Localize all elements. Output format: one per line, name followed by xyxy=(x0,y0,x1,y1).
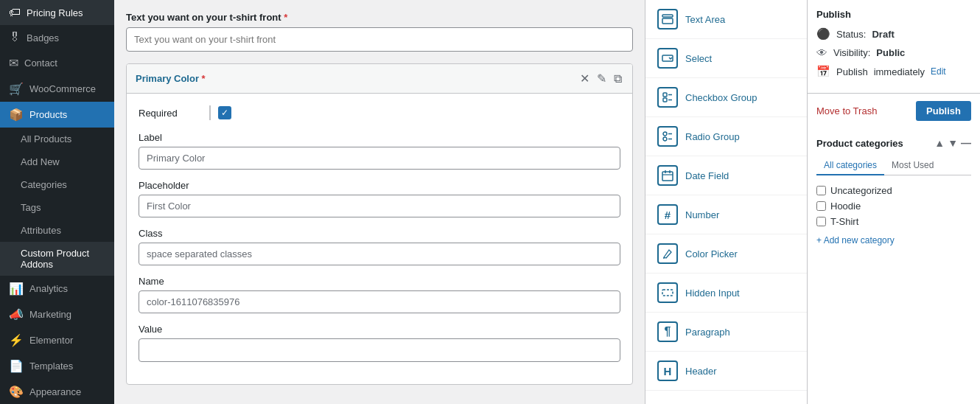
addon-close-button[interactable]: ✕ xyxy=(578,70,591,87)
sidebar-item-tags[interactable]: Tags xyxy=(0,196,114,219)
addon-card-actions: ✕ ✎ ⧉ xyxy=(578,70,623,87)
visibility-label: Visibility: xyxy=(833,47,870,58)
widget-panel: Text Area Select Checkbox Group xyxy=(645,0,807,404)
calendar-icon: 📅 xyxy=(816,65,830,78)
widget-select[interactable]: Select xyxy=(645,39,807,78)
templates-icon: 📄 xyxy=(9,359,24,373)
sidebar-item-appearance[interactable]: 🎨 Appearance xyxy=(0,379,114,404)
svg-rect-1 xyxy=(662,18,673,24)
label-field-label: Label xyxy=(139,132,620,143)
widget-date-field[interactable]: Date Field xyxy=(645,156,807,195)
widget-text-area[interactable]: Text Area xyxy=(645,0,807,39)
class-field-input[interactable] xyxy=(139,243,620,265)
text-field-group: Text you want on your t-shirt front * xyxy=(126,12,633,52)
tab-most-used[interactable]: Most Used xyxy=(884,156,941,175)
status-icon: ⚫ xyxy=(816,27,830,41)
main-content: Text you want on your t-shirt front * Pr… xyxy=(114,0,980,404)
widget-paragraph[interactable]: ¶ Paragraph xyxy=(645,313,807,352)
category-tshirt-checkbox[interactable] xyxy=(816,217,826,226)
svg-rect-4 xyxy=(663,98,667,102)
widget-hidden-input[interactable]: Hidden Input xyxy=(645,274,807,313)
sidebar-item-products[interactable]: 📦 Products xyxy=(0,102,114,128)
required-separator xyxy=(209,105,211,120)
addon-copy-button[interactable]: ⧉ xyxy=(612,70,623,87)
placeholder-field-label: Placeholder xyxy=(139,180,620,191)
add-new-category-link[interactable]: + Add new category xyxy=(816,235,895,245)
sidebar-item-marketing[interactable]: 📣 Marketing xyxy=(0,302,114,327)
category-uncategorized-checkbox[interactable] xyxy=(816,186,826,195)
sidebar: 🏷 Pricing Rules 🎖 Badges ✉ Contact 🛒 Woo… xyxy=(0,0,114,404)
sidebar-item-elementor[interactable]: ⚡ Elementor xyxy=(0,327,114,353)
visibility-value: Public xyxy=(876,47,905,58)
marketing-icon: 📣 xyxy=(9,307,24,321)
tag-icon: 🏷 xyxy=(9,6,21,19)
addon-edit-button[interactable]: ✎ xyxy=(595,70,608,87)
tab-all-categories[interactable]: All categories xyxy=(816,156,884,175)
publish-on-label: Publish xyxy=(836,66,868,77)
select-icon xyxy=(657,48,678,69)
value-field-label: Value xyxy=(139,324,620,335)
category-tshirt-label[interactable]: T-Shirt xyxy=(830,216,858,227)
checkbox-group-icon xyxy=(657,87,678,108)
sidebar-item-woocommerce[interactable]: 🛒 WooCommerce xyxy=(0,76,114,102)
sidebar-item-templates[interactable]: 📄 Templates xyxy=(0,353,114,379)
sidebar-item-contact[interactable]: ✉ Contact xyxy=(0,50,114,76)
publish-on-row: 📅 Publish immediately Edit xyxy=(816,65,971,78)
edit-publish-link[interactable]: Edit xyxy=(931,66,946,77)
close-categories-icon[interactable]: — xyxy=(961,137,971,149)
widget-number[interactable]: # Number xyxy=(645,195,807,234)
text-field-input[interactable] xyxy=(126,27,633,52)
color-picker-icon xyxy=(657,243,678,264)
required-asterisk: * xyxy=(284,12,287,23)
move-to-trash-link[interactable]: Move to Trash xyxy=(816,105,877,116)
sidebar-item-pricing-rules[interactable]: 🏷 Pricing Rules xyxy=(0,0,114,25)
status-value: Draft xyxy=(872,29,894,40)
widget-checkbox-group[interactable]: Checkbox Group xyxy=(645,78,807,117)
required-checkbox[interactable]: ✓ xyxy=(218,106,231,119)
svg-rect-16 xyxy=(662,290,673,296)
chevron-up-icon[interactable]: ▲ xyxy=(934,137,945,149)
required-row: Required ✓ xyxy=(139,105,620,120)
visibility-row: 👁 Visibility: Public xyxy=(816,46,971,59)
svg-rect-3 xyxy=(663,93,667,97)
categories-section: Product categories ▲ ▼ — All categories … xyxy=(808,128,980,254)
addon-card-title: Primary Color * xyxy=(136,73,206,84)
category-hoodie-checkbox[interactable] xyxy=(816,201,826,211)
widget-header[interactable]: H Header xyxy=(645,352,807,391)
value-field-input[interactable] xyxy=(139,338,620,362)
label-field-row: Label xyxy=(139,132,620,170)
widget-radio-group[interactable]: Radio Group xyxy=(645,117,807,156)
sidebar-item-analytics[interactable]: 📊 Analytics xyxy=(0,276,114,302)
woocommerce-icon: 🛒 xyxy=(9,82,24,96)
sidebar-item-add-new[interactable]: Add New xyxy=(0,150,114,173)
sidebar-item-custom-product-addons[interactable]: Custom Product Addons xyxy=(0,242,114,276)
chevron-down-icon[interactable]: ▼ xyxy=(948,137,958,149)
required-toggle: ✓ xyxy=(206,105,231,120)
svg-point-8 xyxy=(663,137,667,141)
publish-button[interactable]: Publish xyxy=(916,101,971,121)
category-hoodie-label[interactable]: Hoodie xyxy=(830,201,861,212)
name-field-input[interactable] xyxy=(139,290,620,313)
category-t-shirt: T-Shirt xyxy=(816,214,971,229)
text-field-label: Text you want on your t-shirt front * xyxy=(126,12,633,23)
addon-card-body: Required ✓ Label Placeholder xyxy=(127,94,632,384)
category-list: Uncategorized Hoodie T-Shirt xyxy=(816,183,971,229)
hidden-input-icon xyxy=(657,282,678,303)
placeholder-field-input[interactable] xyxy=(139,195,620,217)
placeholder-field-row: Placeholder xyxy=(139,180,620,217)
widget-color-picker[interactable]: Color Picker xyxy=(645,234,807,274)
header-icon: H xyxy=(657,361,678,381)
center-panel: Text you want on your t-shirt front * Pr… xyxy=(114,0,645,404)
sidebar-item-attributes[interactable]: Attributes xyxy=(0,219,114,242)
publish-panel: Publish ⚫ Status: Draft 👁 Visibility: Pu… xyxy=(807,0,980,404)
status-label: Status: xyxy=(836,29,866,40)
label-field-input[interactable] xyxy=(139,147,620,170)
status-row: ⚫ Status: Draft xyxy=(816,27,971,41)
sidebar-item-categories[interactable]: Categories xyxy=(0,173,114,196)
categories-title: Product categories ▲ ▼ — xyxy=(816,137,971,149)
category-uncategorized-label[interactable]: Uncategorized xyxy=(830,185,892,196)
publish-on-value: immediately xyxy=(874,66,925,77)
sidebar-item-badges[interactable]: 🎖 Badges xyxy=(0,25,114,50)
contact-icon: ✉ xyxy=(9,56,18,70)
sidebar-item-all-products[interactable]: All Products xyxy=(0,128,114,150)
